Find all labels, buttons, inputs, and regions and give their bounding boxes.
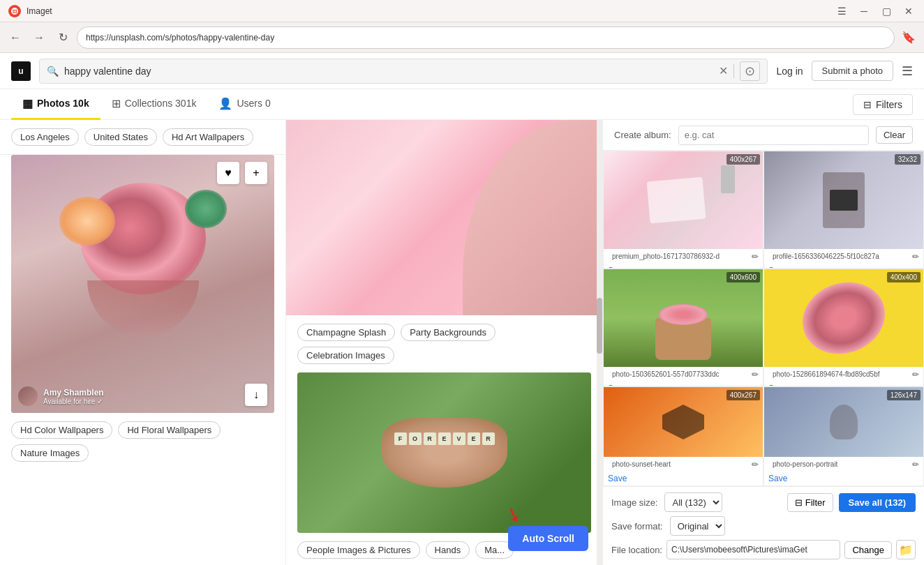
- album-bar: Create album: Clear: [603, 120, 924, 151]
- save-button-3[interactable]: Save: [604, 382, 763, 386]
- author-name[interactable]: Amy Shamblen: [43, 388, 104, 398]
- image-filename-1: premium_photo-1671730786932-d: [608, 250, 752, 262]
- bottom-tags: Hd Color Wallpapers Hd Floral Wallpapers…: [0, 413, 285, 470]
- author-role: Available for hire ✓: [43, 398, 104, 405]
- main-photo-card: ♥ + Amy Shamblen Available for hire ✓ ↓: [11, 155, 274, 413]
- app-title: Imaget: [27, 6, 52, 16]
- refresh-button[interactable]: ↻: [53, 28, 73, 47]
- flower-heart-image: [11, 155, 274, 413]
- add-to-collection-button[interactable]: +: [245, 162, 267, 184]
- scrollbar-thumb[interactable]: [597, 298, 602, 354]
- folder-browse-button[interactable]: 📁: [896, 540, 916, 559]
- center-panel: Champagne Splash Party Backgrounds Celeb…: [286, 120, 603, 565]
- auto-scroll-button[interactable]: Auto Scroll: [508, 526, 588, 551]
- grid-image-3[interactable]: 400x600: [604, 269, 763, 367]
- edit-icon-4[interactable]: ✏: [912, 370, 919, 379]
- login-button[interactable]: Log in: [776, 66, 803, 77]
- center-scrollbar[interactable]: [597, 120, 602, 565]
- search-box: 🔍 ✕ ⊙: [39, 59, 768, 84]
- tag-celebration-images[interactable]: Celebration Images: [297, 347, 394, 364]
- save-button-4[interactable]: Save: [764, 382, 923, 386]
- clear-search-button[interactable]: ✕: [719, 64, 728, 77]
- save-button-1[interactable]: Save: [604, 264, 763, 269]
- edit-icon-6[interactable]: ✏: [912, 460, 919, 469]
- forward-button[interactable]: →: [29, 28, 49, 47]
- save-button-5[interactable]: Save: [604, 472, 763, 485]
- file-location-input[interactable]: [666, 540, 840, 559]
- edit-icon-5[interactable]: ✏: [752, 460, 759, 469]
- photo-action-buttons: ♥ +: [217, 162, 267, 184]
- tag-champagne-splash[interactable]: Champagne Splash: [297, 324, 395, 341]
- tab-users[interactable]: 👤 Users 0: [207, 89, 281, 120]
- download-button[interactable]: ↓: [245, 384, 267, 406]
- auth-buttons: Log in Submit a photo ☰: [776, 61, 913, 81]
- size-row: Image size: All (132) Small Medium Large…: [611, 492, 916, 512]
- grid-image-4[interactable]: 400x400: [764, 269, 923, 367]
- bottom-controls: Image size: All (132) Small Medium Large…: [603, 486, 924, 565]
- clear-album-button[interactable]: Clear: [876, 126, 913, 144]
- tag-nature-images[interactable]: Nature Images: [11, 444, 89, 462]
- back-button[interactable]: ←: [6, 28, 25, 47]
- hand-arm: [463, 120, 602, 315]
- hamburger-menu-button[interactable]: ☰: [902, 63, 913, 79]
- bookmark-icon[interactable]: 🔖: [899, 28, 918, 47]
- tag-hd-floral[interactable]: Hd Floral Wallpapers: [118, 421, 221, 439]
- url-input[interactable]: [77, 27, 895, 49]
- save-all-button[interactable]: Save all (132): [839, 493, 916, 512]
- filter-button[interactable]: ⊟ Filter: [787, 493, 833, 512]
- tag-party-backgrounds[interactable]: Party Backgrounds: [401, 324, 495, 341]
- tab-users-label: Users 0: [237, 98, 270, 109]
- image-size-badge-2: 32x32: [895, 154, 921, 165]
- search-input[interactable]: [64, 66, 713, 77]
- change-location-button[interactable]: Change: [844, 541, 892, 559]
- grid-image-2[interactable]: 32x32: [764, 151, 923, 249]
- album-input[interactable]: [678, 126, 869, 145]
- file-location-label: File location:: [611, 545, 662, 555]
- flower-decoration: [45, 183, 241, 350]
- tag-united-states[interactable]: United States: [84, 128, 157, 146]
- grid-item-6: 126x147 photo-person-portrait ✏ Save: [763, 386, 924, 486]
- image-grid: 400x267 premium_photo-1671730786932-d ✏ …: [603, 151, 924, 486]
- tag-hd-art-wallpapers[interactable]: Hd Art Wallpapers: [163, 128, 253, 146]
- camera-search-button[interactable]: ⊙: [740, 61, 760, 81]
- image-filename-5: photo-sunset-heart: [608, 458, 752, 470]
- top-tags: Los Angeles United States Hd Art Wallpap…: [0, 120, 285, 155]
- tag-hd-color[interactable]: Hd Color Wallpapers: [11, 421, 112, 439]
- edit-icon-3[interactable]: ✏: [752, 370, 759, 379]
- grid-image-5[interactable]: 400x267: [604, 387, 763, 457]
- save-button-6[interactable]: Save: [764, 472, 923, 485]
- save-button-2[interactable]: Save: [764, 264, 923, 269]
- grid-image-1[interactable]: 400x267: [604, 151, 763, 249]
- tab-collections[interactable]: ⊞ Collections 301k: [100, 89, 208, 120]
- close-button[interactable]: ✕: [902, 6, 916, 17]
- maximize-button[interactable]: ▢: [879, 6, 893, 17]
- grid-item-1: 400x267 premium_photo-1671730786932-d ✏ …: [603, 151, 763, 269]
- filters-button[interactable]: ⊟ Filters: [853, 94, 913, 115]
- photo-author-info: Amy Shamblen Available for hire ✓: [18, 386, 104, 406]
- tag-hands[interactable]: Hands: [426, 541, 470, 559]
- like-button[interactable]: ♥: [217, 162, 239, 184]
- album-label: Create album:: [614, 130, 671, 140]
- grid-item-3: 400x600 photo-1503652601-557d07733ddc ✏ …: [603, 269, 763, 386]
- minimize-button[interactable]: ─: [857, 6, 871, 17]
- image-size-select[interactable]: All (132) Small Medium Large: [664, 492, 722, 512]
- image-filename-3: photo-1503652601-557d07733ddc: [608, 368, 752, 380]
- tab-photos[interactable]: ▦ Photos 10k: [11, 89, 100, 120]
- tag-los-angeles[interactable]: Los Angeles: [11, 128, 79, 146]
- forever-tiles: F O R E V E R: [382, 418, 507, 453]
- right-panel: Create album: Clear 400x267 premium_phot…: [603, 120, 924, 565]
- grid-image-6[interactable]: 126x147: [764, 387, 923, 457]
- grid-item-2: 32x32 profile-1656336046225-5f10c827a ✏ …: [763, 151, 924, 269]
- image-filename-6: photo-person-portrait: [768, 458, 912, 470]
- image-size-badge-5: 400x267: [726, 390, 760, 400]
- collections-tab-icon: ⊞: [112, 97, 121, 110]
- tag-people-images[interactable]: People Images & Pictures: [297, 541, 420, 559]
- submit-photo-button[interactable]: Submit a photo: [812, 61, 893, 81]
- champagne-photo: [286, 120, 602, 315]
- image-info-5: photo-sunset-heart ✏: [604, 457, 763, 472]
- menu-icon[interactable]: ☰: [835, 6, 849, 17]
- edit-icon-1[interactable]: ✏: [752, 252, 759, 262]
- save-format-select[interactable]: Original JPG PNG WEBP: [670, 516, 725, 536]
- edit-icon-2[interactable]: ✏: [912, 252, 919, 262]
- forever-photo: F O R E V E R: [297, 372, 591, 533]
